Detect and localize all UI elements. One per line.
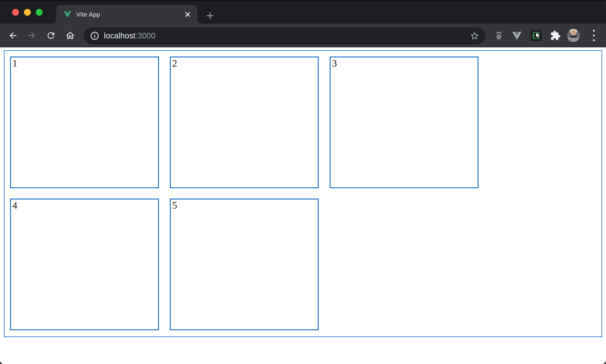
fullscreen-window-button[interactable] xyxy=(36,9,43,16)
page-content: 1 2 3 4 5 xyxy=(0,47,606,364)
box-label: 5 xyxy=(172,200,177,211)
forward-button[interactable] xyxy=(25,28,39,43)
tab-title: Vite App xyxy=(76,11,183,18)
numbered-box: 4 xyxy=(10,199,159,330)
numbered-box: 1 xyxy=(10,57,159,188)
window-controls xyxy=(12,9,43,16)
avatar-photo xyxy=(567,29,580,42)
home-button[interactable] xyxy=(63,28,77,43)
box-label: 1 xyxy=(12,58,17,69)
minimize-window-button[interactable] xyxy=(24,9,31,16)
extensions-puzzle-icon[interactable] xyxy=(548,28,563,43)
reload-button[interactable] xyxy=(44,28,58,43)
url-host: localhost xyxy=(104,31,136,40)
grid-container: 1 2 3 4 5 xyxy=(4,50,602,337)
box-label: 4 xyxy=(12,200,17,211)
braces-chip: {} xyxy=(531,30,542,41)
box-label: 2 xyxy=(172,58,177,69)
tab-close-icon[interactable] xyxy=(183,9,193,20)
close-window-button[interactable] xyxy=(12,9,19,16)
vue-favicon-icon xyxy=(63,10,72,19)
new-tab-button[interactable] xyxy=(204,9,217,22)
navigation-toolbar: localhost:3000 {} xyxy=(0,24,606,47)
url-text[interactable]: localhost:3000 xyxy=(104,31,469,41)
address-bar[interactable]: localhost:3000 xyxy=(84,27,485,44)
url-port: :3000 xyxy=(136,31,156,40)
profile-avatar[interactable] xyxy=(566,28,581,43)
box-label: 3 xyxy=(332,58,337,69)
vue-devtools-icon[interactable] xyxy=(510,28,524,43)
kebab-menu-icon[interactable] xyxy=(587,28,601,43)
fingerprint-extension-icon[interactable] xyxy=(492,28,506,43)
code-braces-cursor-icon[interactable]: {} xyxy=(529,28,543,43)
numbered-box: 5 xyxy=(170,199,319,330)
back-button[interactable] xyxy=(6,28,20,43)
browser-window: Vite App xyxy=(0,0,606,364)
site-info-icon[interactable] xyxy=(90,31,100,41)
tab-vite-app[interactable]: Vite App xyxy=(56,5,197,24)
bookmark-star-icon[interactable] xyxy=(469,30,480,41)
tab-strip: Vite App xyxy=(0,0,606,24)
numbered-box: 3 xyxy=(330,57,478,188)
numbered-box: 2 xyxy=(170,57,319,188)
